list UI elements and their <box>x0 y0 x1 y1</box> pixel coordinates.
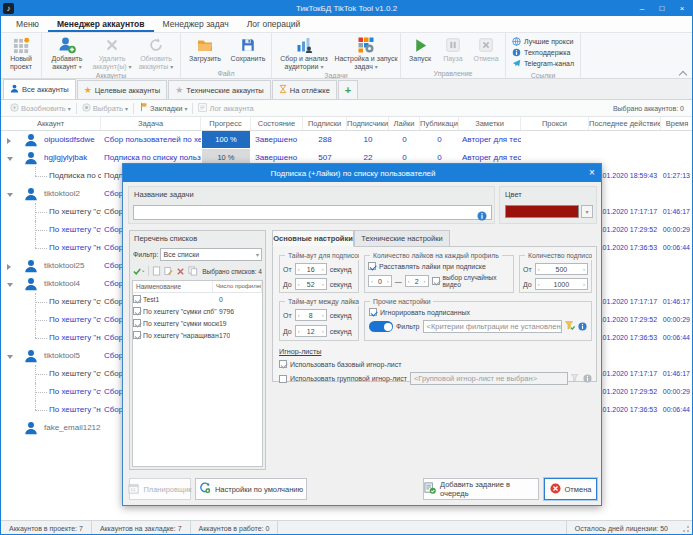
save-button[interactable]: Сохранить <box>227 34 269 69</box>
group-ignore-list-checkbox[interactable] <box>279 375 287 383</box>
default-settings-button[interactable]: Настройки по умолчанию <box>195 478 307 500</box>
select-button[interactable]: Выбрать ▾ <box>77 101 133 116</box>
spinner-right-icon[interactable]: › <box>320 281 326 287</box>
subs-to-spinner[interactable]: ‹1000› <box>535 278 588 290</box>
ignore-subscribed-checkbox[interactable] <box>369 308 377 316</box>
tab-target-accounts[interactable]: ★ Целевые аккаунты <box>77 80 167 99</box>
list-item[interactable]: Test10 <box>133 293 262 305</box>
add-account-button[interactable]: Добавить аккаунт ▾ <box>44 34 90 71</box>
base-ignore-list-checkbox[interactable] <box>279 360 287 368</box>
tab-operations-log[interactable]: Лог операций <box>238 16 310 32</box>
tab-technical-accounts[interactable]: ★ Технические аккаунты <box>168 80 271 99</box>
group-ignore-list-input[interactable]: <Групповой игнор-лист не выбран> <box>410 372 568 385</box>
delete-account-button[interactable]: Удалить аккаунт(ы) ▾ <box>90 34 134 71</box>
spinner-right-icon[interactable]: › <box>320 328 326 334</box>
column-header-7[interactable]: Публикации <box>420 117 459 130</box>
pause-button[interactable]: Пауза <box>437 34 469 69</box>
column-header-2[interactable]: Прогресс <box>201 117 251 130</box>
expander-icon[interactable] <box>7 138 11 144</box>
account-row[interactable]: oipuoisdfsdweСбор пользователей по хеште… <box>1 131 692 149</box>
audience-button[interactable]: Сбор и анализ аудитории ▾ <box>274 34 334 71</box>
copy-list-button[interactable] <box>188 262 198 280</box>
check-all-button[interactable] <box>133 262 145 280</box>
spinner-right-icon[interactable]: › <box>422 278 428 284</box>
column-header-1[interactable]: Задача <box>101 117 201 130</box>
cancel-button[interactable]: Отмена <box>469 34 503 69</box>
bookmarks-button[interactable]: Закладки ▾ <box>134 101 192 116</box>
timeout-subs-to-spinner[interactable]: ‹52› <box>295 278 327 290</box>
timeout-likes-to-spinner[interactable]: ‹12› <box>295 325 327 337</box>
timeout-likes-from-spinner[interactable]: ‹8› <box>295 309 327 321</box>
new-list-button[interactable] <box>152 262 161 280</box>
list-item[interactable]: По хештегу "сумки москва"19 <box>133 317 262 329</box>
funnel-icon[interactable] <box>565 321 575 332</box>
tab-account-manager[interactable]: Менеджер аккаунтов <box>48 16 154 32</box>
random-video-checkbox[interactable] <box>432 277 440 285</box>
list-checkbox[interactable] <box>133 295 141 303</box>
column-header-0[interactable]: Аккаунт <box>1 117 101 130</box>
best-proxies-link[interactable]: Лучшие прокси <box>512 36 574 47</box>
likes-to-spinner[interactable]: ‹2› <box>405 275 429 287</box>
add-task-button[interactable]: Добавить задание в очередь <box>423 478 539 500</box>
account-log-button[interactable]: Лог аккаунта <box>193 101 258 116</box>
expander-icon[interactable] <box>7 157 13 161</box>
spinner-right-icon[interactable]: › <box>385 278 391 284</box>
funnel-gray-icon[interactable] <box>571 374 580 384</box>
refresh-accounts-button[interactable]: Обновить аккаунты ▾ <box>134 34 178 71</box>
expander-icon[interactable] <box>7 193 13 197</box>
add-tab-button[interactable]: + <box>338 80 358 99</box>
load-button[interactable]: Загрузить <box>183 34 227 69</box>
list-item[interactable]: По хештегу "сумки спб"9796 <box>133 305 262 317</box>
new-project-button[interactable]: Новый проект <box>3 34 39 70</box>
list-item[interactable]: По хештегу "наращивание во...170 <box>133 329 262 341</box>
list-checkbox[interactable] <box>133 319 141 327</box>
spinner-right-icon[interactable]: › <box>581 266 587 272</box>
support-link[interactable]: Техподдержка <box>512 47 574 58</box>
column-header-count[interactable]: Число профилей <box>213 281 262 292</box>
column-header-8[interactable]: Заметки <box>459 117 521 130</box>
lists-filter-select[interactable]: Все списки ▾ <box>160 248 262 261</box>
tab-main-settings[interactable]: Основные настройки <box>272 230 354 247</box>
tab-resting[interactable]: На отлёжке <box>272 80 337 99</box>
color-swatch[interactable] <box>505 205 579 218</box>
tab-task-manager[interactable]: Менеджер задач <box>154 16 238 32</box>
filter-toggle[interactable] <box>369 321 393 332</box>
tab-menu[interactable]: Меню <box>7 16 48 32</box>
spinner-right-icon[interactable]: › <box>581 281 587 287</box>
maximize-button[interactable]: □ <box>652 1 672 16</box>
dialog-cancel-button[interactable]: Отмена <box>544 478 597 500</box>
scheduler-button[interactable]: Планировщик <box>129 478 191 500</box>
list-checkbox[interactable] <box>133 331 141 339</box>
column-header-6[interactable]: Лайки <box>389 117 420 130</box>
dialog-close-icon[interactable]: × <box>583 164 601 182</box>
color-dropdown[interactable]: ▾ <box>581 205 593 218</box>
tab-technical-settings[interactable]: Технические настройки <box>354 230 450 247</box>
minimize-button[interactable]: – <box>632 1 652 16</box>
tasks-setup-button[interactable]: Настройка и запуск задач ▾ <box>334 34 398 71</box>
spinner-right-icon[interactable]: › <box>320 266 326 272</box>
likes-on-subscribe-checkbox[interactable] <box>368 262 376 270</box>
resume-button[interactable]: Возобновить ▾ <box>5 101 76 116</box>
delete-list-button[interactable] <box>176 262 185 280</box>
column-header-9[interactable]: Прокси <box>521 117 589 130</box>
resize-grip-icon[interactable] <box>682 525 690 533</box>
spinner-right-icon[interactable]: › <box>320 312 326 318</box>
likes-from-spinner[interactable]: ‹0› <box>368 275 392 287</box>
tab-all-accounts[interactable]: Все аккаунты <box>3 79 76 99</box>
column-header-name[interactable]: Наименование <box>133 281 213 292</box>
task-name-input[interactable] <box>133 205 492 220</box>
column-header-4[interactable]: Подписки <box>303 117 347 130</box>
start-button[interactable]: Запуск <box>403 34 437 69</box>
edit-list-button[interactable] <box>164 262 173 280</box>
column-header-3[interactable]: Состояние <box>251 117 303 130</box>
telegram-link[interactable]: Telegram-канал <box>512 58 574 69</box>
collapse-ribbon-icon[interactable] <box>679 69 687 75</box>
subs-from-spinner[interactable]: ‹500› <box>535 263 588 275</box>
expander-icon[interactable] <box>7 264 11 270</box>
timeout-subs-from-spinner[interactable]: ‹16› <box>295 263 327 275</box>
expander-icon[interactable] <box>7 355 13 359</box>
filter-criteria-input[interactable]: <Критерии фильтрации не установлены> <box>423 320 562 333</box>
close-button[interactable]: × <box>672 1 692 16</box>
list-checkbox[interactable] <box>133 307 141 315</box>
column-header-5[interactable]: Подписчики <box>347 117 389 130</box>
